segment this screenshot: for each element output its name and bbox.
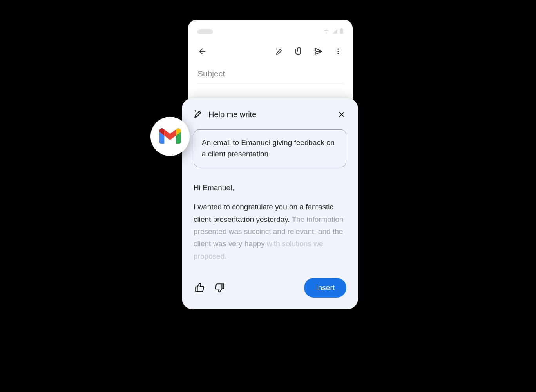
magic-pencil-icon xyxy=(194,109,203,120)
gmail-logo-icon xyxy=(159,127,181,145)
close-button[interactable] xyxy=(337,110,346,119)
thumb-down-button[interactable] xyxy=(214,282,226,294)
wifi-icon xyxy=(323,28,330,35)
panel-footer: Insert xyxy=(194,278,346,298)
thumb-up-button[interactable] xyxy=(194,282,205,294)
help-me-write-panel: Help me write An email to Emanuel giving… xyxy=(182,98,358,309)
back-button[interactable] xyxy=(197,46,208,56)
send-button[interactable] xyxy=(313,46,324,56)
panel-header: Help me write xyxy=(194,109,346,120)
svg-point-1 xyxy=(337,51,339,52)
status-pill xyxy=(197,29,213,34)
battery-icon xyxy=(340,28,343,35)
status-icons xyxy=(323,28,343,35)
draft-preview: Hi Emanuel, I wanted to congratulate you… xyxy=(194,181,346,262)
svg-point-0 xyxy=(337,49,339,50)
status-bar xyxy=(197,28,343,35)
attachment-button[interactable] xyxy=(294,46,304,56)
gmail-badge xyxy=(150,117,190,156)
subject-input[interactable] xyxy=(197,66,343,83)
panel-title: Help me write xyxy=(208,110,256,119)
insert-button[interactable]: Insert xyxy=(304,278,346,298)
compose-toolbar xyxy=(197,45,343,58)
signal-icon xyxy=(332,28,337,35)
more-button[interactable] xyxy=(333,46,343,56)
prompt-input[interactable]: An email to Emanuel giving feedback on a… xyxy=(194,129,346,167)
magic-pencil-button[interactable] xyxy=(274,46,284,56)
svg-point-2 xyxy=(337,53,339,54)
draft-greeting: Hi Emanuel, xyxy=(194,181,346,194)
